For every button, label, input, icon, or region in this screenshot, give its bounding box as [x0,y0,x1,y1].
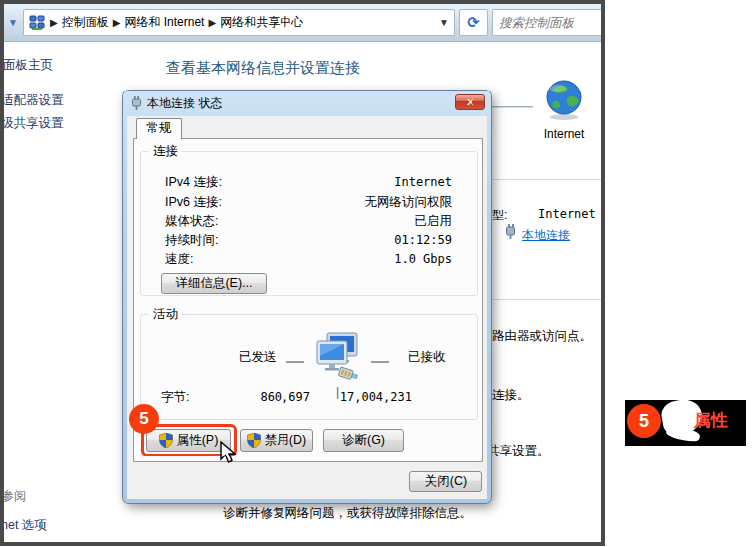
media-state-value: 已启用 [415,213,453,230]
network-sharing-center-window: ▼ ▶ 控制面板 ▶ 网络和 Internet ▶ 网络和共享中心 ▼ [0,0,605,546]
duration-label: 持续时间: [165,232,218,249]
section-divider [483,179,601,180]
breadcrumb-arrow-icon: ▶ [50,17,58,28]
search-input[interactable] [493,10,603,35]
sidebar-item-adapter-settings[interactable]: 适配器设置 [1,92,64,109]
local-connection-status-dialog: 本地连接 状态 ✕ 常规 连接 IPv4 连接: Internet IPv6 连… [123,91,491,503]
dialog-client-area: 常规 连接 IPv4 连接: Internet IPv6 连接: 无网络访问权限… [127,116,487,499]
sidebar-item-home[interactable]: 面板主页 [3,57,53,74]
troubleshoot-text: 诊断并修复网络问题，或获得故障排除信息。 [223,505,472,522]
dialog-title: 本地连接 状态 [147,95,222,112]
breadcrumb-arrow-icon: ▶ [208,17,216,28]
sidebar-see-also-label: 参阅 [2,488,26,505]
access-type-label: 型: [492,207,507,224]
duration-value: 01:12:59 [394,233,452,247]
bytes-received-value: 17,004,231 [338,390,412,404]
text-fragment-router: 路由器或访问点。 [492,328,592,345]
uac-shield-icon [247,433,261,448]
media-state-label: 媒体状态: [165,213,218,230]
dialog-titlebar[interactable]: 本地连接 状态 [131,94,448,112]
connection-group: 连接 IPv4 连接: Internet IPv6 连接: 无网络访问权限 媒体… [140,151,478,296]
uac-shield-icon [159,433,173,448]
close-button[interactable]: 关闭(C) [409,471,482,492]
network-center-icon [29,15,46,31]
bytes-label: 字节: [161,389,189,406]
speed-label: 速度: [165,251,193,268]
diagnose-button[interactable]: 诊断(G) [323,429,404,452]
annotation-chip: 5 属性 [625,400,746,446]
speed-value: 1.0 Gbps [394,252,452,266]
nav-history-icon[interactable]: ▼ [8,17,18,28]
disable-button[interactable]: 禁用(D) [240,429,313,452]
bytes-sent-value: 860,697 [236,390,310,404]
step-number-badge: 5 [129,404,159,434]
disable-button-label: 禁用(D) [265,432,306,449]
received-label: 已接收 [408,349,446,366]
annotation-label: 属性 [694,409,728,432]
tab-page-general: 连接 IPv4 连接: Internet IPv6 连接: 无网络访问权限 媒体… [133,138,483,462]
ipv4-value: Internet [394,175,452,189]
text-fragment-connection: 连接。 [492,387,530,404]
mouse-cursor-icon [218,441,238,470]
internet-node-label: Internet [536,127,592,141]
network-map-line [487,106,533,108]
sidebar-item-internet-options[interactable]: net 选项 [1,517,47,534]
properties-button-label: 属性(P) [177,432,219,449]
computer-network-icon [315,331,363,389]
address-bar[interactable]: ▶ 控制面板 ▶ 网络和 Internet ▶ 网络和共享中心 ▼ [23,9,455,36]
connection-group-title: 连接 [149,143,182,160]
breadcrumb-network-internet[interactable]: 网络和 Internet [124,14,204,31]
ipv6-label: IPv6 连接: [165,194,222,211]
dialog-close-button[interactable]: ✕ [455,94,485,110]
connection-plug-icon [131,96,142,110]
sent-dash [286,361,304,363]
screenshot-root: ▼ ▶ 控制面板 ▶ 网络和 Internet ▶ 网络和共享中心 ▼ [0,0,756,547]
search-box[interactable] [492,9,604,36]
breadcrumb-network-sharing[interactable]: 网络和共享中心 [220,14,303,31]
section-divider [483,299,601,300]
breadcrumb-control-panel[interactable]: 控制面板 [62,14,109,31]
address-dropdown-icon[interactable]: ▼ [439,17,449,28]
address-toolbar: ▼ ▶ 控制面板 ▶ 网络和 Internet ▶ 网络和共享中心 ▼ [4,4,601,42]
details-button[interactable]: 详细信息(E)... [161,274,267,294]
internet-globe-icon [542,78,586,125]
sidebar-item-advanced-sharing[interactable]: 级共享设置 [1,115,64,132]
ipv6-value: 无网络访问权限 [365,194,453,211]
access-type-value: Internet [538,207,596,221]
local-connection-link[interactable]: 本地连接 [522,227,570,244]
refresh-button[interactable]: ⟳ [459,9,488,36]
annotation-step-badge: 5 [627,404,661,438]
received-dash [371,361,389,363]
connection-plug-icon [504,224,517,243]
breadcrumb-arrow-icon: ▶ [113,17,121,28]
sent-label: 已发送 [239,349,277,366]
activity-group: 活动 已发送 已接收 [140,314,478,420]
ipv4-label: IPv4 连接: [165,174,222,191]
page-title: 查看基本网络信息并设置连接 [166,59,360,78]
diagnose-button-label: 诊断(G) [342,432,385,449]
refresh-icon: ⟳ [467,13,479,32]
activity-group-title: 活动 [149,306,182,323]
text-fragment-sharing: 共享设置。 [487,443,550,459]
tab-general[interactable]: 常规 [136,118,182,139]
